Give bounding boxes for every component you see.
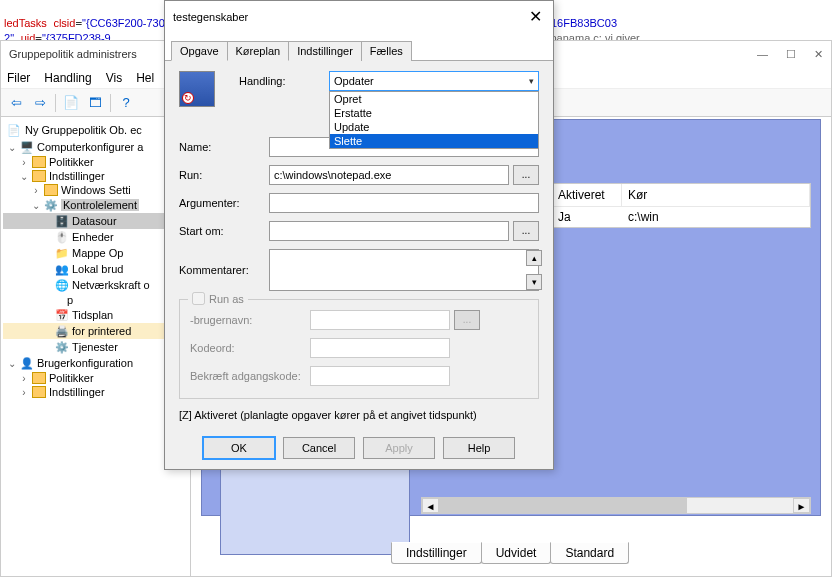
tree-mappeop[interactable]: 📁 Mappe Op xyxy=(3,245,188,261)
twisty-closed-icon[interactable]: › xyxy=(19,387,29,398)
twisty-closed-icon[interactable]: › xyxy=(19,157,29,168)
scroll-up-icon[interactable]: ▴ xyxy=(526,250,542,266)
option-erstatte[interactable]: Erstatte xyxy=(330,106,538,120)
label-handling: Handling: xyxy=(239,75,329,87)
col-aktiveret[interactable]: Aktiveret xyxy=(552,184,622,206)
tree-netvaerk[interactable]: 🌐 Netværkskraft o xyxy=(3,277,188,293)
tree-politikker[interactable]: › Politikker xyxy=(3,155,188,169)
runas-checkbox[interactable] xyxy=(192,292,205,305)
tree-computer[interactable]: ⌄ 🖥️ Computerkonfigurer a xyxy=(3,139,188,155)
run-browse-button[interactable]: ... xyxy=(513,165,539,185)
runas-group: Run as -brugernavn: ... Kodeord: Bekræft… xyxy=(179,299,539,399)
tree-tjenester[interactable]: ⚙️ Tjenester xyxy=(3,339,188,355)
computer-icon: 🖥️ xyxy=(20,140,34,154)
label-runas: Run as xyxy=(209,293,244,305)
cancel-button[interactable]: Cancel xyxy=(283,437,355,459)
kodeord-input[interactable] xyxy=(310,338,450,358)
nav-forward-icon[interactable]: ⇨ xyxy=(29,92,51,114)
label-kodeord: Kodeord: xyxy=(190,342,310,354)
tree-datasour[interactable]: 🗄️ Datasour xyxy=(3,213,188,229)
tab-faelles[interactable]: Fælles xyxy=(361,41,412,61)
tab-opgave[interactable]: Opgave xyxy=(171,41,228,61)
option-update[interactable]: Update xyxy=(330,120,538,134)
twisty-open-icon[interactable]: ⌄ xyxy=(19,171,29,182)
tree-indstillinger[interactable]: ⌄ Indstillinger xyxy=(3,169,188,183)
tab-indstillinger[interactable]: Indstillinger xyxy=(391,542,482,564)
menu-handling[interactable]: Handling xyxy=(44,71,91,85)
argumenter-input[interactable] xyxy=(269,193,539,213)
label-aktiveret: [Z] Aktiveret (planlagte opgaver kører p… xyxy=(179,409,477,421)
label-name: Name: xyxy=(179,141,269,153)
aktiveret-row: [Z] Aktiveret (planlagte opgaver kører p… xyxy=(179,409,539,421)
brugernavn-browse-button[interactable]: ... xyxy=(454,310,480,330)
twisty-closed-icon[interactable]: › xyxy=(19,373,29,384)
scroll-left-icon[interactable]: ◄ xyxy=(422,498,439,513)
help-button[interactable]: Help xyxy=(443,437,515,459)
scroll-down-icon[interactable]: ▾ xyxy=(526,274,542,290)
services-icon: ⚙️ xyxy=(55,340,69,354)
menu-vis[interactable]: Vis xyxy=(106,71,122,85)
col-kor[interactable]: Kør xyxy=(622,184,810,206)
horizontal-scrollbar[interactable]: ◄ ► xyxy=(421,497,811,514)
label-kommentarer: Kommentarer: xyxy=(179,264,269,276)
user-config-icon: 👤 xyxy=(20,356,34,370)
tree-root[interactable]: 📄 Ny Gruppepolitik Ob. ec xyxy=(3,121,188,139)
tree-p[interactable]: p xyxy=(3,293,188,307)
twisty-open-icon[interactable]: ⌄ xyxy=(7,358,17,369)
label-startom: Start om: xyxy=(179,225,269,237)
tree-lokalbrd[interactable]: 👥 Lokal brud xyxy=(3,261,188,277)
devices-icon: 🖱️ xyxy=(55,230,69,244)
menu-help[interactable]: Hel xyxy=(136,71,154,85)
ok-button[interactable]: OK xyxy=(203,437,275,459)
kommentarer-input[interactable]: ▴ ▾ xyxy=(269,249,539,291)
tree-indstillinger-2[interactable]: › Indstillinger xyxy=(3,385,188,399)
tree-kontrolelementer[interactable]: ⌄ ⚙️ Kontrolelement xyxy=(3,197,188,213)
scroll-thumb[interactable] xyxy=(439,498,687,513)
handling-select[interactable]: Opdater ▾ xyxy=(329,71,539,91)
tab-standard[interactable]: Standard xyxy=(550,542,629,564)
minimize-icon[interactable]: — xyxy=(757,48,768,61)
folder-icon xyxy=(32,372,46,384)
tb-list-icon[interactable]: 🗔 xyxy=(84,92,106,114)
folder-icon xyxy=(32,386,46,398)
apply-button[interactable]: Apply xyxy=(363,437,435,459)
tab-indstillinger[interactable]: Indstillinger xyxy=(288,41,362,61)
twisty-closed-icon[interactable]: › xyxy=(31,185,41,196)
menu-filer[interactable]: Filer xyxy=(7,71,30,85)
policy-icon: 📄 xyxy=(7,123,21,137)
tree-politikker-2[interactable]: › Politikker xyxy=(3,371,188,385)
label-argumenter: Argumenter: xyxy=(179,197,269,209)
option-opret[interactable]: Opret xyxy=(330,92,538,106)
scroll-right-icon[interactable]: ► xyxy=(793,498,810,513)
twisty-open-icon[interactable]: ⌄ xyxy=(31,200,41,211)
chevron-down-icon: ▾ xyxy=(529,76,534,86)
tb-folder-icon[interactable]: 📄 xyxy=(60,92,82,114)
tab-udvidet[interactable]: Udvidet xyxy=(481,542,552,564)
tree-windows-settings[interactable]: › Windows Setti xyxy=(3,183,188,197)
tb-help-icon[interactable]: ? xyxy=(115,92,137,114)
bottom-tabs: Indstillinger Udvidet Standard xyxy=(391,542,628,564)
tab-koreplan[interactable]: Køreplan xyxy=(227,41,290,61)
printer-icon: 🖨️ xyxy=(55,324,69,338)
nav-back-icon[interactable]: ⇦ xyxy=(5,92,27,114)
close-icon[interactable]: ✕ xyxy=(814,48,823,61)
maximize-icon[interactable]: ☐ xyxy=(786,48,796,61)
startom-input[interactable] xyxy=(269,221,509,241)
folder-icon xyxy=(32,156,46,168)
tree-tidsplan[interactable]: 📅 Tidsplan xyxy=(3,307,188,323)
database-icon: 🗄️ xyxy=(55,214,69,228)
run-input[interactable] xyxy=(269,165,509,185)
label-run: Run: xyxy=(179,169,269,181)
properties-dialog: testegenskaber ✕ Opgave Køreplan Indstil… xyxy=(164,0,554,470)
schedule-icon: 📅 xyxy=(55,308,69,322)
startom-browse-button[interactable]: ... xyxy=(513,221,539,241)
task-icon: ↻ xyxy=(179,71,215,107)
tree-brugerkonfiguration[interactable]: ⌄ 👤 Brugerkonfiguration xyxy=(3,355,188,371)
tree-forprinter[interactable]: 🖨️ for printered xyxy=(3,323,188,339)
option-slette[interactable]: Slette xyxy=(330,134,538,148)
tree-enheder[interactable]: 🖱️ Enheder xyxy=(3,229,188,245)
twisty-open-icon[interactable]: ⌄ xyxy=(7,142,17,153)
dialog-close-icon[interactable]: ✕ xyxy=(525,7,545,26)
brugernavn-input[interactable] xyxy=(310,310,450,330)
bekraeft-input[interactable] xyxy=(310,366,450,386)
